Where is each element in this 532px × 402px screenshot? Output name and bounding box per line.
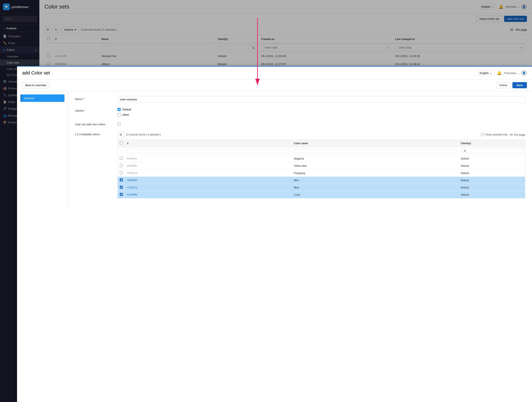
modal-language-selector[interactable]: English ⌄ (477, 70, 494, 76)
color-client: Default (459, 162, 525, 170)
color-checkbox[interactable] (120, 171, 123, 174)
color-client: Default (459, 170, 525, 177)
color-table: # Color name Client(s) (117, 139, 525, 198)
available-colors-row: ( 3 ) Available colors ⚙ 21 records foun… (75, 132, 525, 198)
user-colors-row: User can add own colors (75, 121, 525, 126)
color-table-toolbar: ⚙ 21 records found ( 3 selected ) Show s… (117, 132, 525, 138)
settings-icon[interactable]: ⚙ (117, 132, 124, 138)
modal-body: General Name * Clients * Default (17, 91, 532, 209)
modal-title: add Color set (22, 70, 477, 76)
client-client-checkbox[interactable] (117, 113, 121, 116)
name-input-wrapper (117, 96, 525, 103)
clients-label: Clients * (75, 108, 117, 116)
color-checkbox[interactable] (120, 178, 123, 182)
modal-avatar: 👤 (521, 70, 527, 76)
color-name-filter[interactable] (294, 149, 456, 153)
modal-toolbar: Back to overview Delete Save (17, 80, 532, 91)
col-select[interactable] (118, 140, 125, 147)
modal-user-name: Franziska (504, 71, 516, 75)
color-row[interactable]: Y3YXIitZ Praegung Default (118, 170, 525, 177)
color-row[interactable]: oI7gCafp Blue Default (118, 184, 525, 191)
color-row[interactable]: 6n6UCMMp Coral Default (118, 191, 525, 198)
user-colors-label: User can add own colors (75, 121, 117, 126)
select-all-colors-checkbox[interactable] (120, 141, 123, 144)
per-page-value: 25 (510, 133, 513, 136)
color-per-page: 25 Per page (510, 133, 525, 136)
sidebar-item-general[interactable]: General (20, 94, 64, 102)
modal-sidebar: General (17, 91, 68, 209)
modal-header-actions: English ⌄ 🔔 Franziska ⌄ 👤 (477, 70, 527, 76)
modal-language-label: English (480, 71, 489, 75)
color-checkbox[interactable] (120, 186, 123, 189)
color-client-filter[interactable]: - ⇅ (461, 149, 523, 153)
color-name: Coral (292, 191, 459, 198)
show-selected-wrapper: Show selected only (481, 133, 507, 136)
color-id: qJnTdkbz (125, 162, 292, 170)
color-client: Default (459, 184, 525, 191)
color-id-filter[interactable] (127, 149, 290, 153)
modal-form: Name * Clients * Default (68, 91, 532, 209)
color-client: Default (459, 177, 525, 184)
client-default-text: Default (122, 108, 131, 111)
chevron-icon: ⇅ (464, 150, 466, 152)
clients-checkbox-group: Default client (117, 108, 525, 116)
clients-field-row: Clients * Default client (75, 108, 525, 116)
modal-notifications-icon[interactable]: 🔔 (497, 71, 501, 75)
show-selected-checkbox[interactable] (481, 133, 484, 136)
modal-toolbar-right: Delete Save (496, 82, 527, 88)
color-client: Default (459, 191, 525, 198)
color-record-count: 21 records found ( 3 selected ) (126, 133, 479, 136)
save-button[interactable]: Save (513, 82, 527, 88)
client-client-label[interactable]: client (117, 113, 525, 116)
chevron-down-icon: ⌄ (490, 71, 492, 75)
col-color-clients: Client(s) (459, 140, 525, 147)
modal-user-menu[interactable]: Franziska ⌄ 👤 (504, 70, 527, 76)
col-color-name: Color name (292, 140, 459, 147)
client-default-label[interactable]: Default (117, 108, 525, 111)
color-name: Blue (292, 184, 459, 191)
color-name: Yellow dark (292, 162, 459, 170)
color-checkbox[interactable] (120, 164, 123, 167)
available-colors-label: ( 3 ) Available colors (75, 132, 117, 198)
delete-button[interactable]: Delete (496, 82, 511, 88)
color-id: Y3YXIitZ (125, 170, 292, 177)
user-colors-input-wrapper (117, 121, 525, 126)
color-checkbox[interactable] (120, 193, 123, 196)
add-color-set-modal: add Color set English ⌄ 🔔 Franziska ⌄ 👤 … (17, 66, 532, 402)
color-id: PBZ09U0h (125, 177, 292, 184)
color-id: 6n6UCMMp (125, 191, 292, 198)
user-colors-checkbox[interactable] (117, 123, 120, 126)
color-row[interactable]: GJJouqrc Magenta Default (118, 155, 525, 162)
clients-input-wrapper: Default client (117, 108, 525, 116)
chevron-down-icon: ⌄ (517, 71, 520, 75)
color-row[interactable]: qJnTdkbz Yellow dark Default (118, 162, 525, 170)
available-colors-content: ⚙ 21 records found ( 3 selected ) Show s… (117, 132, 525, 198)
col-color-id: # (125, 140, 292, 147)
color-client: Default (459, 155, 525, 162)
per-page-label: Per page (514, 133, 525, 136)
color-filter-row: - ⇅ (118, 147, 525, 155)
name-input[interactable] (117, 96, 525, 103)
show-selected-label: Show selected only (485, 133, 507, 136)
color-checkbox[interactable] (120, 157, 123, 160)
color-id: oI7gCafp (125, 184, 292, 191)
client-filter-value: - (462, 150, 463, 152)
color-name: Mint (292, 177, 459, 184)
modal-header: add Color set English ⌄ 🔔 Franziska ⌄ 👤 (17, 67, 532, 80)
client-default-checkbox[interactable] (117, 108, 121, 111)
name-label: Name * (75, 96, 117, 103)
color-name: Magenta (292, 155, 459, 162)
color-id: GJJouqrc (125, 155, 292, 162)
color-row[interactable]: PBZ09U0h Mint Default (118, 177, 525, 184)
color-name: Praegung (292, 170, 459, 177)
back-to-overview-button[interactable]: Back to overview (22, 82, 49, 88)
name-field-row: Name * (75, 96, 525, 103)
client-client-text: client (122, 113, 129, 116)
